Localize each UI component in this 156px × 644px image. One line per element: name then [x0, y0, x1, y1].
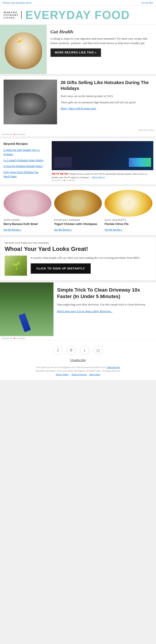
driveway-link[interactable]: Here's how easy it is to clean a dirty d…	[57, 310, 112, 313]
wifi-ad: MUST READ: Simple trick to easily fix sl…	[49, 138, 156, 184]
recipe-card-0: APPETIZERS Berry-Banana Kefir Bowl See t…	[3, 190, 52, 232]
gut-health-title: Gut Health	[50, 29, 153, 35]
newsletter-image	[5, 256, 27, 276]
list-item: Is Your Pet Drinking Enough Water?	[3, 164, 45, 168]
read-more-link[interactable]: [Read More]	[92, 176, 105, 179]
header: MARTHA STEWART LIVING EVERYDAY FOOD	[0, 6, 156, 25]
must-read-label: MUST READ:	[52, 172, 69, 175]
gut-health-content: Gut Health Looking to improve your diges…	[47, 25, 156, 74]
kefir-bowl-image	[3, 190, 52, 217]
beyond-title: Beyond Recipes	[3, 142, 45, 146]
gifts-link[interactable]: Hurry, these will be gone soon	[61, 107, 96, 110]
recipe-category-2: EASY DESSERTS	[104, 219, 153, 222]
ad-label: Store Drop Chest	[0, 128, 156, 132]
recipe-cards-section: APPETIZERS Berry-Banana Kefir Bowl See t…	[0, 186, 156, 235]
twitter-icon[interactable]: t	[80, 346, 89, 355]
recipe-title-0: Berry-Banana Kefir Bowl	[3, 222, 52, 226]
beyond-recipes: Beyond Recipes Is Water the Only Healthy…	[0, 138, 49, 184]
gut-health-body: Looking to improve your digestion and bo…	[50, 36, 153, 45]
recipe-link-0[interactable]: See the Recipe »	[3, 228, 21, 231]
gifts-image	[3, 80, 57, 124]
powered-label-3: Powered by	[2, 337, 12, 340]
driveway-title: Simple Trick To Clean Driveway 10x Faste…	[57, 287, 153, 300]
footer-legal2: Meredith Corporation. 1716 Locust Street…	[3, 369, 153, 373]
list-item: Le Creuset's Hydration Water Bottles	[3, 158, 45, 162]
recipe-category-1: EVERYDAY DINNERS	[54, 219, 102, 222]
liveintent-icon-2: ⊕	[13, 337, 15, 340]
pinterest-icon[interactable]: P	[67, 346, 76, 355]
recipe-title-2: Florida Citrus Pie	[104, 222, 153, 226]
yogurt-chicken-image	[54, 190, 102, 217]
liveintent-logo: ⊕	[13, 133, 15, 136]
gifts-para1: Don't miss out on the hottest product of…	[61, 94, 149, 98]
powered-brand-2: LiveIntent	[66, 179, 75, 182]
driveway-image	[0, 282, 54, 336]
liveintent-icon: ⊕	[63, 179, 65, 182]
recipe-card-2: EASY DESSERTS Florida Citrus Pie See the…	[104, 190, 153, 232]
gifts-ad-section: 26 Gifts Selling Like Hotcakes During Th…	[0, 76, 156, 136]
recipe-category-0: APPETIZERS	[3, 219, 52, 222]
wifi-router-image	[52, 141, 153, 170]
newsletter-promo-section: We think you'll totally love this newsle…	[0, 237, 156, 280]
newsletter-text: Is exactly what people will say when you…	[31, 256, 140, 274]
powered-by-brand: LiveIntent	[16, 133, 25, 136]
gifts-text: 26 Gifts Selling Like Hotcakes During Th…	[57, 80, 153, 124]
powered-by-gifts: Powered by ⊕ LiveIntent	[0, 132, 156, 136]
terms-link[interactable]: Terms of Service	[72, 373, 87, 376]
newsletter-inner: Is exactly what people will say when you…	[5, 256, 151, 276]
pinterest-label: P	[70, 348, 73, 353]
footer-legal: This email was sent to xxxxxx@gmail.com …	[3, 366, 153, 376]
bowl-illustration	[0, 25, 47, 74]
list-item: Early Signs You're Drinking Too Much Wat…	[3, 170, 45, 178]
recipe-title-1: Yogurt Chicken with Chickpeas	[54, 222, 102, 226]
gifts-content-row: 26 Gifts Selling Like Hotcakes During Th…	[0, 76, 156, 128]
facebook-label: f	[57, 348, 59, 353]
powered-brand-3: LiveIntent	[16, 337, 25, 340]
driveway-body: Stop neglecting your dirty driveway. Use…	[57, 302, 153, 307]
powered-by-beyond: Powered by ⊕ LiveIntent	[52, 179, 153, 182]
instagram-label: ◻	[96, 348, 100, 353]
beyond-link-0[interactable]: Is Water the Only Healthy Way to Hydrate…	[3, 148, 40, 156]
site-title: EVERYDAY FOOD	[25, 8, 130, 22]
powered-by-label: Powered by	[2, 133, 12, 136]
instagram-icon[interactable]: ◻	[94, 346, 102, 355]
must-read-text: MUST READ: Simple trick to easily fix sl…	[52, 172, 153, 179]
privacy-link[interactable]: Privacy Policy	[56, 373, 69, 376]
driveway-section-wrapper: Simple Trick To Clean Driveway 10x Faste…	[0, 282, 156, 340]
promo-label: We think you'll totally love this newsle…	[5, 242, 151, 244]
brand-line2: STEWART	[3, 14, 18, 16]
top-nav-right-link[interactable]: Get the Mac	[141, 1, 153, 4]
more-recipes-button[interactable]: MORE RECIPES LIKE THIS »	[50, 48, 101, 57]
beyond-link-2[interactable]: Is Your Pet Drinking Enough Water?	[3, 164, 43, 168]
twitter-label: t	[84, 348, 85, 353]
driveway-section: Simple Trick To Clean Driveway 10x Faste…	[0, 282, 156, 336]
driveway-content: Simple Trick To Clean Driveway 10x Faste…	[54, 282, 156, 336]
powered-label-2: Powered by	[52, 179, 62, 182]
beyond-section: Beyond Recipes Is Water the Only Healthy…	[0, 138, 156, 184]
gifts-para2: These gifts are in extremely high demand…	[61, 100, 149, 105]
footer-legal1: This email was sent to xxxxxx@gmail.com …	[36, 366, 106, 368]
unsubscribe-link[interactable]: Unsubscribe	[3, 358, 153, 362]
powered-by-driveway: Powered by ⊕ LiveIntent	[0, 336, 156, 340]
beyond-links-list: Is Water the Only Healthy Way to Hydrate…	[3, 148, 45, 178]
list-item: Is Water the Only Healthy Way to Hydrate…	[3, 148, 45, 156]
social-icons-row: f P t ◻	[3, 346, 153, 355]
beyond-link-1[interactable]: Le Creuset's Hydration Water Bottles	[3, 159, 43, 162]
citrus-pie-image	[104, 190, 153, 217]
beyond-link-3[interactable]: Early Signs You're Drinking Too Much Wat…	[3, 170, 39, 178]
subscribe-link[interactable]: Subscribe here	[107, 366, 120, 368]
brand-logo: MARTHA STEWART LIVING	[3, 11, 22, 19]
help-link[interactable]: Help Center	[89, 373, 100, 376]
brand-line1: MARTHA	[3, 11, 18, 14]
newsletter-title: Whoa! Your Yard Looks Great!	[5, 246, 151, 252]
gifts-title: 26 Gifts Selling Like Hotcakes During Th…	[61, 80, 149, 91]
facebook-icon[interactable]: f	[54, 346, 62, 355]
recipe-link-1[interactable]: See the Recipe »	[54, 228, 72, 231]
gut-health-section: Gut Health Looking to improve your diges…	[0, 25, 156, 74]
signup-button[interactable]: CLICK TO SIGN UP INSTANTLY	[31, 263, 91, 274]
recipe-link-2[interactable]: See the Recipe »	[104, 228, 122, 231]
newsletter-body: Is exactly what people will say when you…	[31, 256, 140, 260]
brand-line3: LIVING	[3, 16, 18, 19]
top-nav-left-link[interactable]: Whole-Grain Breakfast Bowl	[3, 1, 32, 4]
recipe-card-1: EVERYDAY DINNERS Yogurt Chicken with Chi…	[54, 190, 102, 232]
